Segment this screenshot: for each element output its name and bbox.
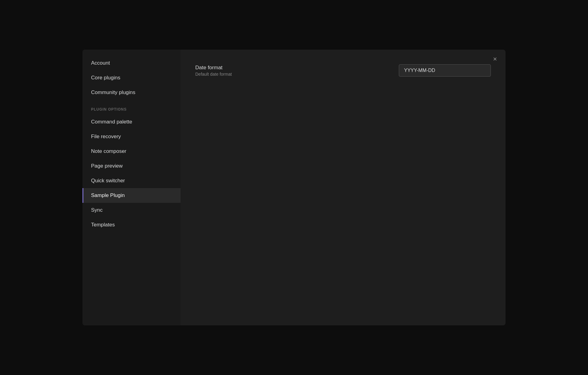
sidebar-item-account[interactable]: Account bbox=[82, 56, 181, 70]
setting-row-date-format: Date formatDefault date format bbox=[195, 61, 491, 80]
settings-modal: × AccountCore pluginsCommunity plugins P… bbox=[82, 50, 506, 325]
sidebar-item-sample-plugin[interactable]: Sample Plugin bbox=[82, 188, 181, 203]
setting-title-date-format: Date format bbox=[195, 65, 232, 71]
modal-overlay: × AccountCore pluginsCommunity plugins P… bbox=[0, 0, 588, 375]
setting-input-date-format[interactable] bbox=[399, 64, 491, 77]
content-area: Date formatDefault date format bbox=[181, 50, 506, 325]
sidebar-item-core-plugins[interactable]: Core plugins bbox=[82, 70, 181, 85]
setting-label-date-format: Date formatDefault date format bbox=[195, 65, 232, 77]
sidebar-item-file-recovery[interactable]: File recovery bbox=[82, 129, 181, 144]
sidebar-item-command-palette[interactable]: Command palette bbox=[82, 115, 181, 129]
close-button[interactable]: × bbox=[491, 55, 499, 64]
sidebar-item-page-preview[interactable]: Page preview bbox=[82, 159, 181, 173]
setting-desc-date-format: Default date format bbox=[195, 72, 232, 77]
sidebar-item-note-composer[interactable]: Note composer bbox=[82, 144, 181, 159]
sidebar: AccountCore pluginsCommunity plugins PLU… bbox=[82, 50, 181, 325]
sidebar-item-templates[interactable]: Templates bbox=[82, 218, 181, 232]
sidebar-item-quick-switcher[interactable]: Quick switcher bbox=[82, 173, 181, 188]
sidebar-item-community-plugins[interactable]: Community plugins bbox=[82, 85, 181, 100]
sidebar-item-sync[interactable]: Sync bbox=[82, 203, 181, 218]
plugin-options-label: PLUGIN OPTIONS bbox=[82, 100, 181, 115]
